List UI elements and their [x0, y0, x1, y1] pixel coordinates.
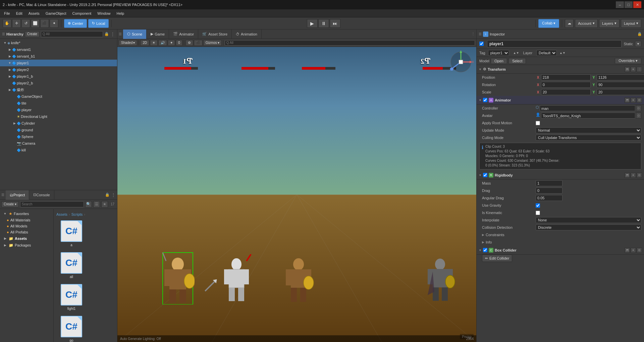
- transform-paste-button[interactable]: ✦: [631, 67, 636, 72]
- collab-button[interactable]: Collab ▾: [538, 19, 559, 28]
- hierarchy-item-cylinder[interactable]: ▶ 🔷 Cylinder: [0, 120, 117, 127]
- scale-tool[interactable]: ⬜: [31, 19, 40, 28]
- rotation-y-input[interactable]: [597, 82, 644, 88]
- info-row[interactable]: ▶ Info: [477, 238, 644, 246]
- transform-copy-button[interactable]: ⬒: [625, 67, 630, 72]
- scene-view[interactable]: Ƥ1 Ƥ2: [117, 47, 476, 342]
- hierarchy-item-player1-b[interactable]: ▶ 🔷 player1_b: [0, 73, 117, 80]
- animator-paste-button[interactable]: ✦: [631, 97, 636, 103]
- rect-tool[interactable]: ⬛: [40, 19, 49, 28]
- close-button[interactable]: ✕: [633, 1, 641, 8]
- layers-button[interactable]: Layers ▾: [599, 19, 620, 28]
- box-collider-paste-button[interactable]: ✦: [631, 248, 636, 253]
- hierarchy-item-player1[interactable]: ▼ 🔷 player1: [0, 60, 117, 66]
- packages-section[interactable]: ▶ 📁 Packages: [0, 242, 53, 249]
- layer-select[interactable]: Default: [536, 50, 557, 56]
- constraints-row[interactable]: ▶ Constraints: [477, 231, 644, 238]
- all-materials-item[interactable]: ● All Materials: [0, 217, 53, 223]
- pause-button[interactable]: ⏸: [318, 19, 329, 28]
- search-icon-button[interactable]: 🔍: [85, 201, 92, 208]
- all-models-item[interactable]: ● All Models: [0, 223, 53, 229]
- box-collider-enabled-checkbox[interactable]: [483, 248, 487, 252]
- all-prefabs-item[interactable]: ● All Prefabs: [0, 229, 53, 235]
- gameobject-name-input[interactable]: [487, 40, 622, 48]
- gameobject-enabled-checkbox[interactable]: [479, 42, 484, 46]
- culling-mode-select[interactable]: Cull Update Transforms: [536, 135, 641, 141]
- hierarchy-item-player2[interactable]: ▶ 🔷 player2: [0, 66, 117, 73]
- collapse-icon[interactable]: ▼: [479, 68, 482, 71]
- menu-assets[interactable]: Assets: [26, 11, 42, 16]
- rotation-x-input[interactable]: [541, 82, 591, 88]
- tab-game[interactable]: ▶ Game: [147, 29, 169, 39]
- animator-copy-button[interactable]: ⬒: [625, 97, 630, 103]
- rigidbody-enabled-checkbox[interactable]: [483, 173, 487, 177]
- hierarchy-menu-icon[interactable]: ⋮: [110, 31, 115, 37]
- hierarchy-item-gameobject[interactable]: 🔷 GameObject: [0, 93, 117, 100]
- file-fight1[interactable]: C# fight1: [56, 283, 87, 312]
- hand-tool[interactable]: ✋: [3, 19, 11, 28]
- file-all[interactable]: C# all: [56, 251, 87, 280]
- maximize-button[interactable]: □: [625, 1, 633, 8]
- hierarchy-item-knife[interactable]: ▼ ◈ knife*: [0, 40, 117, 46]
- tab-animator[interactable]: 🎬 Animator: [169, 29, 198, 39]
- inspector-menu-icon[interactable]: ☰: [479, 32, 482, 36]
- tab-project[interactable]: 🗂 Project: [6, 190, 29, 200]
- layout-button[interactable]: Layout ▾: [621, 19, 641, 28]
- render-mode-button[interactable]: ⬛: [194, 40, 203, 46]
- collapse-icon[interactable]: ▼: [479, 174, 482, 177]
- filter-button[interactable]: ☰: [93, 201, 100, 208]
- hierarchy-item-baozha[interactable]: ▶ 🔷 爆炸: [0, 86, 117, 93]
- apply-root-motion-checkbox[interactable]: [536, 121, 540, 125]
- rigidbody-copy-button[interactable]: ⬒: [625, 173, 630, 178]
- menu-component[interactable]: Component: [69, 11, 94, 16]
- step-button[interactable]: ⏭: [330, 19, 340, 28]
- hierarchy-item-servant1[interactable]: ▶ 🔷 servant1: [0, 46, 117, 53]
- position-y-input[interactable]: [597, 74, 644, 80]
- collision-detection-select[interactable]: Discrete: [536, 224, 641, 230]
- angular-drag-input[interactable]: [536, 195, 562, 201]
- model-open-button[interactable]: Open: [491, 58, 507, 64]
- project-search-input[interactable]: [20, 201, 84, 207]
- minimize-button[interactable]: –: [616, 1, 624, 8]
- rotate-tool[interactable]: ↺: [21, 19, 30, 28]
- animator-enabled-checkbox[interactable]: [483, 98, 487, 102]
- project-create-button[interactable]: Create ▾: [1, 201, 19, 207]
- tag-select[interactable]: player1: [488, 50, 509, 56]
- transform-tool[interactable]: ✦: [50, 19, 58, 28]
- hierarchy-item-ground[interactable]: 🔷 ground: [0, 127, 117, 133]
- breadcrumb-assets[interactable]: Assets: [56, 212, 67, 216]
- avatar-pick-button[interactable]: ⊙: [636, 113, 641, 119]
- account-button[interactable]: Account ▾: [575, 19, 598, 28]
- rigidbody-menu-button[interactable]: ⚙: [637, 173, 642, 178]
- hierarchy-item-directional-light[interactable]: ☀ Directional Light: [0, 113, 117, 120]
- model-select-button[interactable]: Select: [508, 58, 526, 64]
- is-kinematic-checkbox[interactable]: [536, 211, 540, 215]
- assets-section[interactable]: ▶ 📁 Assets: [0, 235, 53, 242]
- box-collider-copy-button[interactable]: ⬒: [625, 248, 630, 253]
- update-mode-select[interactable]: Normal: [536, 127, 641, 133]
- transform-menu-button[interactable]: ⋮: [637, 67, 642, 72]
- menu-edit[interactable]: Edit: [13, 11, 25, 16]
- hierarchy-item-player[interactable]: 🔷 player: [0, 107, 117, 113]
- file-go[interactable]: C# go: [56, 315, 87, 342]
- 2d-button[interactable]: 2D: [140, 40, 149, 46]
- box-collider-menu-button[interactable]: ⚙: [637, 248, 642, 253]
- hierarchy-item-player2-b[interactable]: 🔷 player2_b: [0, 80, 117, 86]
- collapse-icon[interactable]: ▼: [479, 98, 482, 102]
- effects-button[interactable]: ✦: [168, 40, 175, 46]
- edit-collider-button[interactable]: ✏ Edit Collider: [482, 255, 512, 262]
- breadcrumb-scripts[interactable]: Scripts: [71, 212, 83, 216]
- hierarchy-item-sphere[interactable]: 🔷 Sphere: [0, 133, 117, 140]
- hierarchy-create-button[interactable]: Create: [25, 31, 40, 37]
- move-tool[interactable]: ✛: [12, 19, 21, 28]
- scene-search-input[interactable]: [225, 40, 475, 46]
- menu-file[interactable]: File: [1, 11, 13, 16]
- inspector-lock-icon[interactable]: 🔒: [637, 32, 642, 36]
- hierarchy-item-tite[interactable]: 🔷 tite: [0, 100, 117, 107]
- animator-menu-button[interactable]: ⚙: [637, 97, 642, 103]
- menu-gameobject[interactable]: GameObject: [43, 11, 69, 16]
- model-overrides-button[interactable]: Overrides ▾: [615, 58, 641, 64]
- favorites-section[interactable]: ▼ ★ Favorites: [0, 210, 53, 217]
- hierarchy-item-camera[interactable]: 📷 Camera: [0, 140, 117, 147]
- cloud-button[interactable]: ☁: [565, 19, 574, 28]
